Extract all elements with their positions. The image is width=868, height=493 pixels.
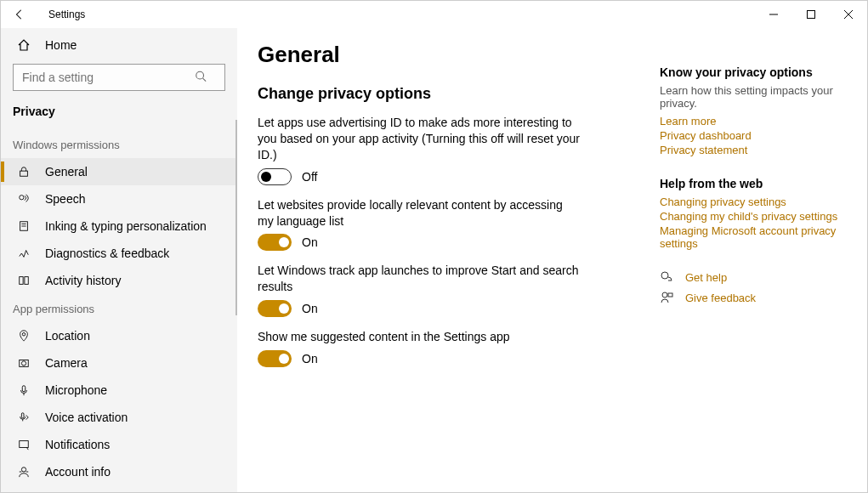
toggle-suggested-content[interactable] xyxy=(258,350,292,367)
link-child-privacy[interactable]: Changing my child's privacy settings xyxy=(660,210,847,223)
activity-icon xyxy=(16,275,31,286)
speech-icon xyxy=(16,193,31,205)
sidebar-group-windows-permissions: Windows permissions xyxy=(1,130,237,158)
svg-point-13 xyxy=(22,333,26,337)
sidebar-item-label: Account info xyxy=(45,465,111,479)
setting-suggested-content: Show me suggested content in the Setting… xyxy=(258,329,649,367)
main-content: General Change privacy options Let apps … xyxy=(237,28,867,492)
sidebar-item-label: Microphone xyxy=(45,383,107,397)
link-changing-privacy[interactable]: Changing privacy settings xyxy=(660,196,847,208)
setting-track-app-launches: Let Windows track app launches to improv… xyxy=(258,263,649,317)
sidebar-item-notifications[interactable]: Notifications xyxy=(1,431,237,458)
inking-icon xyxy=(16,220,31,232)
setting-language-list: Let websites provide locally relevant co… xyxy=(258,197,649,252)
sidebar-item-label: Speech xyxy=(45,192,85,206)
lock-icon xyxy=(16,166,31,178)
sidebar-item-diagnostics[interactable]: Diagnostics & feedback xyxy=(1,240,237,267)
link-learn-more[interactable]: Learn more xyxy=(660,115,847,128)
svg-rect-17 xyxy=(21,413,24,418)
titlebar: Settings xyxy=(1,1,867,28)
search-input-wrap xyxy=(13,64,225,91)
home-label: Home xyxy=(45,38,77,52)
svg-rect-6 xyxy=(20,171,28,176)
sidebar-item-label: Activity history xyxy=(45,274,121,287)
toggle-state-label: On xyxy=(302,302,318,315)
toggle-state-label: On xyxy=(302,352,318,366)
svg-point-7 xyxy=(20,196,24,200)
home-link[interactable]: Home xyxy=(1,31,237,59)
svg-rect-11 xyxy=(20,277,23,285)
toggle-track-app-launches[interactable] xyxy=(258,300,292,317)
sidebar-group-app-permissions: App permissions xyxy=(1,294,237,322)
link-privacy-statement[interactable]: Privacy statement xyxy=(660,144,847,156)
svg-rect-12 xyxy=(25,277,28,285)
sidebar-item-inking[interactable]: Inking & typing personalization xyxy=(1,212,237,240)
sidebar-item-camera[interactable]: Camera xyxy=(1,349,237,377)
home-icon xyxy=(16,38,31,52)
setting-advertising-id: Let apps use advertising ID to make ads … xyxy=(258,115,649,185)
sidebar-item-label: Voice activation xyxy=(45,411,128,424)
toggle-state-label: Off xyxy=(302,170,317,184)
diagnostics-icon xyxy=(16,247,31,259)
aside-panel: Know your privacy options Learn how this… xyxy=(660,42,847,492)
sidebar-item-voice-activation[interactable]: Voice activation xyxy=(1,404,237,431)
feedback-icon xyxy=(660,291,673,304)
svg-point-19 xyxy=(21,468,26,472)
toggle-language-list[interactable] xyxy=(258,234,292,251)
aside-know-text: Learn how this setting impacts your priv… xyxy=(660,84,847,110)
setting-desc: Let websites provide locally relevant co… xyxy=(258,197,581,230)
close-button[interactable] xyxy=(830,1,867,28)
notifications-icon xyxy=(16,439,31,450)
svg-rect-16 xyxy=(22,386,26,392)
sidebar-item-label: Location xyxy=(45,329,90,343)
camera-icon xyxy=(16,357,31,369)
svg-point-23 xyxy=(662,292,667,298)
toggle-state-label: On xyxy=(302,235,318,249)
maximize-button[interactable] xyxy=(792,1,830,28)
voice-activation-icon xyxy=(16,411,31,423)
page-title: General xyxy=(258,42,649,68)
sidebar-item-speech[interactable]: Speech xyxy=(1,185,237,212)
sidebar-section-title: Privacy xyxy=(1,99,237,130)
svg-point-22 xyxy=(661,272,668,279)
sidebar-item-label: Diagnostics & feedback xyxy=(45,246,169,260)
sidebar-item-location[interactable]: Location xyxy=(1,322,237,349)
setting-desc: Show me suggested content in the Setting… xyxy=(258,329,581,345)
toggle-advertising-id[interactable] xyxy=(258,168,292,185)
get-help-label: Get help xyxy=(685,271,727,284)
minimize-button[interactable] xyxy=(755,1,792,28)
search-input[interactable] xyxy=(13,64,225,91)
link-privacy-dashboard[interactable]: Privacy dashboard xyxy=(660,129,847,142)
sidebar-item-label: Camera xyxy=(45,356,88,370)
help-icon xyxy=(660,270,673,284)
sidebar-item-microphone[interactable]: Microphone xyxy=(1,377,237,404)
location-icon xyxy=(16,330,31,342)
window-title: Settings xyxy=(48,8,85,20)
give-feedback-link[interactable]: Give feedback xyxy=(660,291,847,304)
give-feedback-label: Give feedback xyxy=(685,292,756,304)
svg-rect-18 xyxy=(20,441,29,448)
svg-rect-1 xyxy=(808,11,815,19)
section-title: Change privacy options xyxy=(258,85,649,103)
link-ms-account-privacy[interactable]: Managing Microsoft account privacy setti… xyxy=(660,224,847,250)
sidebar-item-label: General xyxy=(45,165,88,178)
back-button[interactable] xyxy=(11,8,28,20)
sidebar-item-label: Inking & typing personalization xyxy=(45,219,207,233)
setting-desc: Let Windows track app launches to improv… xyxy=(258,263,581,295)
aside-help-heading: Help from the web xyxy=(660,177,847,190)
setting-desc: Let apps use advertising ID to make ads … xyxy=(258,115,581,163)
svg-rect-24 xyxy=(668,293,672,297)
account-icon xyxy=(16,466,31,478)
window-controls xyxy=(755,1,867,28)
sidebar-item-activity-history[interactable]: Activity history xyxy=(1,267,237,294)
svg-point-15 xyxy=(21,361,26,366)
sidebar-item-general[interactable]: General xyxy=(1,158,237,185)
aside-know-heading: Know your privacy options xyxy=(660,65,847,79)
sidebar-item-label: Notifications xyxy=(45,438,110,451)
sidebar: Home Privacy Windows permissions General… xyxy=(1,28,237,492)
sidebar-item-account-info[interactable]: Account info xyxy=(1,458,237,485)
get-help-link[interactable]: Get help xyxy=(660,270,847,284)
microphone-icon xyxy=(16,384,31,396)
